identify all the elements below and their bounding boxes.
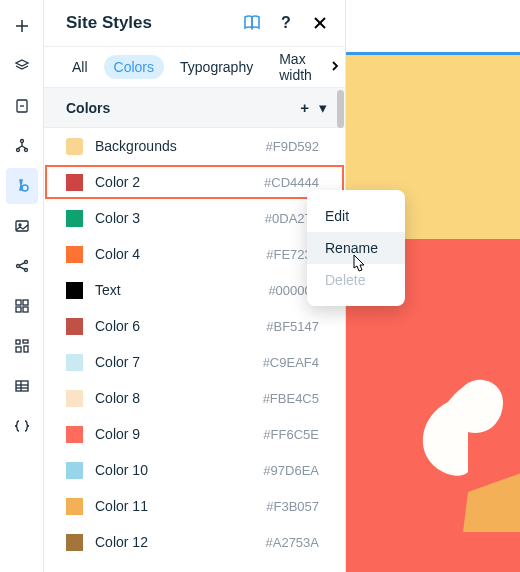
color-hex: #FF6C5E (263, 427, 319, 442)
section-dropdown-icon[interactable]: ▾ (319, 99, 327, 117)
color-row[interactable]: Color 9#FF6C5E (44, 416, 345, 452)
color-hex: #CD4444 (264, 175, 319, 190)
color-swatch (66, 426, 83, 443)
svg-rect-19 (16, 300, 21, 305)
svg-rect-26 (24, 346, 28, 352)
docs-icon[interactable] (243, 14, 261, 32)
color-row[interactable]: Backgrounds#F9D592 (44, 128, 345, 164)
color-row[interactable]: Color 11#F3B057 (44, 488, 345, 524)
svg-line-10 (22, 146, 26, 149)
color-name: Color 9 (95, 426, 263, 442)
color-name: Backgrounds (95, 138, 266, 154)
svg-point-5 (20, 140, 23, 143)
tool-grid[interactable] (6, 288, 38, 324)
color-row[interactable]: Color 3#0DA270 (44, 200, 345, 236)
color-hex: #A2753A (266, 535, 320, 550)
color-row[interactable]: Color 12#A2753A (44, 524, 345, 560)
svg-point-6 (16, 149, 19, 152)
svg-point-13 (19, 224, 21, 226)
tab-all[interactable]: All (62, 55, 98, 79)
close-icon[interactable] (311, 14, 329, 32)
color-name: Color 8 (95, 390, 263, 406)
scrollbar-thumb[interactable] (337, 90, 344, 128)
color-swatch (66, 354, 83, 371)
color-swatch (66, 390, 83, 407)
svg-line-9 (18, 146, 22, 149)
color-row[interactable]: Color 8#FBE4C5 (44, 380, 345, 416)
add-color-icon[interactable]: + (300, 99, 309, 116)
panel-header: Site Styles ? (44, 0, 345, 46)
tabs-row: All Colors Typography Max width (44, 46, 345, 88)
svg-marker-2 (16, 60, 28, 66)
color-list[interactable]: Backgrounds#F9D592Color 2#CD4444Color 3#… (44, 128, 345, 572)
svg-rect-23 (16, 340, 20, 344)
color-swatch (66, 282, 83, 299)
tool-page[interactable] (6, 88, 38, 124)
svg-line-17 (19, 263, 24, 266)
color-hex: #BF5147 (266, 319, 319, 334)
tool-layers[interactable] (6, 48, 38, 84)
color-hex: #C9EAF4 (263, 355, 319, 370)
color-row[interactable]: Color 2#CD4444 (44, 164, 345, 200)
help-icon[interactable]: ? (277, 14, 295, 32)
color-name: Color 7 (95, 354, 263, 370)
menu-item-edit[interactable]: Edit (307, 200, 405, 232)
section-header: Colors + ▾ (44, 88, 345, 128)
color-row[interactable]: Color 10#97D6EA (44, 452, 345, 488)
tool-table[interactable] (6, 368, 38, 404)
color-swatch (66, 138, 83, 155)
color-name: Color 12 (95, 534, 266, 550)
svg-rect-27 (16, 381, 28, 391)
panel-title: Site Styles (66, 13, 152, 33)
svg-point-14 (16, 265, 19, 268)
site-styles-panel: Site Styles ? All Colors Typography Max … (44, 0, 346, 572)
color-name: Color 4 (95, 246, 266, 262)
svg-marker-33 (463, 467, 520, 532)
color-row[interactable]: Text#000000 (44, 272, 345, 308)
color-row[interactable]: Color 4#FE7234 (44, 236, 345, 272)
tool-styles[interactable] (6, 168, 38, 204)
color-swatch (66, 462, 83, 479)
color-name: Color 3 (95, 210, 265, 226)
svg-rect-20 (23, 300, 28, 305)
color-hex: #97D6EA (263, 463, 319, 478)
color-name: Color 10 (95, 462, 263, 478)
color-name: Color 11 (95, 498, 266, 514)
svg-point-11 (22, 185, 28, 191)
color-swatch (66, 210, 83, 227)
color-swatch (66, 498, 83, 515)
tool-hierarchy[interactable] (6, 128, 38, 164)
svg-rect-22 (23, 307, 28, 312)
tab-max-width[interactable]: Max width (269, 47, 337, 87)
context-menu: Edit Rename Delete (307, 190, 405, 306)
tool-share[interactable] (6, 248, 38, 284)
menu-item-rename[interactable]: Rename (307, 232, 405, 264)
color-name: Color 2 (95, 174, 264, 190)
tool-image[interactable] (6, 208, 38, 244)
tab-typography[interactable]: Typography (170, 55, 263, 79)
color-hex: #FBE4C5 (263, 391, 319, 406)
color-name: Text (95, 282, 268, 298)
scrollbar[interactable] (335, 88, 345, 572)
tool-add[interactable] (6, 8, 38, 44)
color-row[interactable]: Color 6#BF5147 (44, 308, 345, 344)
svg-line-18 (19, 267, 24, 270)
svg-rect-21 (16, 307, 21, 312)
svg-point-16 (24, 269, 27, 272)
color-swatch (66, 318, 83, 335)
color-name: Color 6 (95, 318, 266, 334)
tool-code[interactable] (6, 408, 38, 444)
svg-rect-24 (23, 340, 28, 343)
svg-point-15 (24, 261, 27, 264)
section-title: Colors (66, 100, 110, 116)
color-hex: #F9D592 (266, 139, 319, 154)
tabs-scroll-right[interactable] (331, 58, 339, 76)
tool-components[interactable] (6, 328, 38, 364)
color-row[interactable]: Color 7#C9EAF4 (44, 344, 345, 380)
tab-colors[interactable]: Colors (104, 55, 164, 79)
bird-graphic (408, 362, 520, 532)
svg-point-7 (24, 149, 27, 152)
color-swatch (66, 534, 83, 551)
svg-rect-25 (16, 347, 21, 352)
menu-item-delete: Delete (307, 264, 405, 296)
